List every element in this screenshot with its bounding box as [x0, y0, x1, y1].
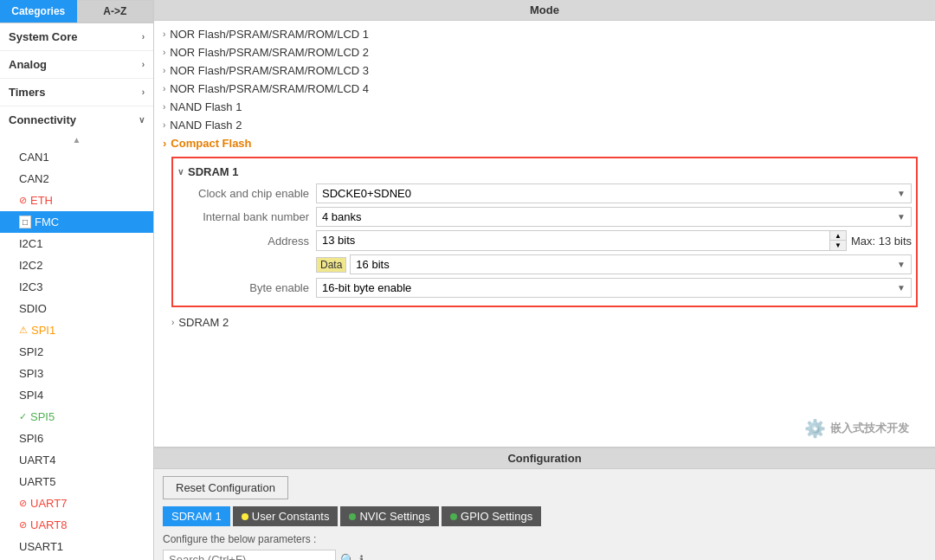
item-label: CAN1: [19, 151, 49, 164]
chevron-right-icon: ›: [142, 60, 145, 69]
config-tab-gpio[interactable]: GPIO Settings: [442, 506, 541, 526]
sidebar-group-header-analog[interactable]: Analog ›: [0, 51, 153, 78]
item-label: I2C3: [19, 280, 42, 293]
sidebar-item-can2[interactable]: CAN2: [0, 168, 153, 190]
mode-item-nor2[interactable]: › NOR Flash/PSRAM/SRAM/ROM/LCD 2: [163, 43, 926, 61]
sdram1-label: SDRAM 1: [188, 165, 239, 178]
search-icon: 🔍: [340, 553, 355, 561]
item-label: SPI2: [19, 345, 43, 358]
sidebar-item-spi1[interactable]: ⚠SPI1: [0, 319, 153, 341]
address-input[interactable]: 13 bits ▲ ▼: [316, 230, 847, 251]
mode-item-nand2[interactable]: › NAND Flash 2: [163, 116, 926, 134]
sidebar-item-i2c1[interactable]: I2C1: [0, 233, 153, 254]
data-dropdown[interactable]: 16 bits ▼: [350, 254, 912, 274]
mode-item-sdram2[interactable]: › SDRAM 2: [163, 312, 926, 333]
expand-icon: ›: [163, 137, 166, 150]
bank-label: Internal bank number: [177, 210, 316, 223]
info-icon: ℹ: [359, 553, 364, 561]
tab-label: GPIO Settings: [461, 510, 532, 523]
sidebar-item-spi4[interactable]: SPI4: [0, 384, 153, 406]
sidebar-group-header-timers[interactable]: Timers ›: [0, 79, 153, 106]
search-input[interactable]: [163, 550, 336, 560]
data-tag: Data: [316, 257, 346, 273]
sidebar-item-uart7[interactable]: ⊘UART7: [0, 492, 153, 514]
bank-dropdown[interactable]: 4 banks ▼: [316, 207, 912, 227]
chevron-right-icon: ›: [142, 87, 145, 97]
tab-atoz[interactable]: A->Z: [77, 0, 154, 23]
clock-dropdown[interactable]: SDCKE0+SDNE0 ▼: [316, 183, 912, 203]
sidebar-item-i2c2[interactable]: I2C2: [0, 254, 153, 276]
chevron-right-icon: ›: [142, 32, 145, 42]
sidebar-item-usart1[interactable]: USART1: [0, 536, 153, 557]
expand-icon: ›: [163, 102, 165, 112]
sidebar-item-spi5[interactable]: ✓SPI5: [0, 406, 153, 428]
item-label: UART4: [19, 454, 55, 467]
mode-item-nor1[interactable]: › NOR Flash/PSRAM/SRAM/ROM/LCD 1: [163, 25, 926, 43]
item-label: SPI6: [19, 432, 43, 445]
ok-icon: ✓: [19, 411, 27, 422]
tab-label: User Constants: [252, 510, 330, 523]
sidebar-item-uart5[interactable]: UART5: [0, 471, 153, 492]
dropdown-arrow-icon: ▼: [897, 283, 906, 293]
mode-section: Mode › NOR Flash/PSRAM/SRAM/ROM/LCD 1 › …: [154, 0, 935, 447]
sdram1-clock-field: Clock and chip enable SDCKE0+SDNE0 ▼: [177, 183, 912, 203]
config-tab-user-constants[interactable]: User Constants: [233, 506, 339, 526]
search-row: 🔍 ℹ: [163, 550, 926, 560]
sdram1-header[interactable]: ∨ SDRAM 1: [177, 163, 912, 183]
item-label: I2C2: [19, 259, 42, 272]
sidebar-group-header-connectivity[interactable]: Connectivity ∨: [0, 106, 153, 133]
byte-dropdown[interactable]: 16-bit byte enable ▼: [316, 278, 912, 298]
sidebar-group-label-analog: Analog: [9, 58, 47, 71]
mode-item-nand1[interactable]: › NAND Flash 1: [163, 98, 926, 116]
mode-item-nor3[interactable]: › NOR Flash/PSRAM/SRAM/ROM/LCD 3: [163, 61, 926, 80]
expand-icon: ›: [171, 318, 174, 327]
expand-icon: ›: [163, 48, 165, 57]
sidebar-item-can1[interactable]: CAN1: [0, 146, 153, 168]
sidebar-item-uart8[interactable]: ⊘UART8: [0, 514, 153, 536]
bank-value: 4 banks: [322, 210, 362, 223]
byte-value: 16-bit byte enable: [322, 281, 411, 294]
item-label: Compact Flash: [171, 137, 251, 150]
sidebar-item-sdio[interactable]: SDIO: [0, 298, 153, 319]
sidebar-item-fmc[interactable]: □FMC: [0, 211, 153, 233]
sidebar-item-i2c3[interactable]: I2C3: [0, 276, 153, 298]
item-label: I2C1: [19, 237, 42, 250]
sidebar-item-spi2[interactable]: SPI2: [0, 341, 153, 363]
address-spinners: ▲ ▼: [829, 231, 846, 250]
sidebar: Categories A->Z System Core › Analog ›: [0, 0, 154, 560]
sdram1-bank-field: Internal bank number 4 banks ▼: [177, 207, 912, 227]
config-section: Configuration Reset Configuration SDRAM …: [154, 447, 935, 560]
spin-up-button[interactable]: ▲: [830, 231, 846, 241]
item-label: NOR Flash/PSRAM/SRAM/ROM/LCD 4: [170, 82, 369, 95]
sdram1-byte-field: Byte enable 16-bit byte enable ▼: [177, 278, 912, 298]
address-label: Address: [177, 235, 316, 248]
sidebar-group-header-system-core[interactable]: System Core ›: [0, 23, 153, 50]
item-label: NOR Flash/PSRAM/SRAM/ROM/LCD 1: [170, 28, 369, 41]
error-icon: ⊘: [19, 519, 27, 531]
spin-down-button[interactable]: ▼: [830, 241, 846, 250]
reset-config-button[interactable]: Reset Configuration: [163, 476, 288, 499]
sidebar-group-analog: Analog ›: [0, 51, 153, 79]
mode-item-nor4[interactable]: › NOR Flash/PSRAM/SRAM/ROM/LCD 4: [163, 80, 926, 98]
item-label: UART7: [30, 497, 67, 510]
item-label: SPI5: [30, 410, 55, 423]
dropdown-arrow-icon: ▼: [897, 260, 906, 269]
item-label: ETH: [30, 194, 53, 207]
expand-icon: ›: [163, 120, 165, 130]
sidebar-item-spi6[interactable]: SPI6: [0, 428, 153, 449]
sidebar-item-uart4[interactable]: UART4: [0, 449, 153, 471]
item-label: UART8: [30, 518, 67, 531]
sidebar-group-timers: Timers ›: [0, 79, 153, 106]
mode-item-compact-flash[interactable]: › Compact Flash: [163, 134, 926, 152]
sdram1-address-field: Address 13 bits ▲ ▼ Max: 13 bits: [177, 230, 912, 251]
sidebar-item-spi3[interactable]: SPI3: [0, 363, 153, 384]
error-icon: ⊘: [19, 498, 27, 509]
sidebar-item-eth[interactable]: ⊘ETH: [0, 190, 153, 211]
item-label: NAND Flash 2: [170, 119, 242, 132]
item-label: SPI3: [19, 367, 43, 380]
tab-categories[interactable]: Categories: [0, 0, 77, 23]
config-tab-sdram1[interactable]: SDRAM 1: [163, 506, 230, 526]
config-tab-nvic[interactable]: NVIC Settings: [340, 506, 439, 526]
item-label: CAN2: [19, 172, 49, 185]
error-icon: ⊘: [19, 195, 27, 206]
